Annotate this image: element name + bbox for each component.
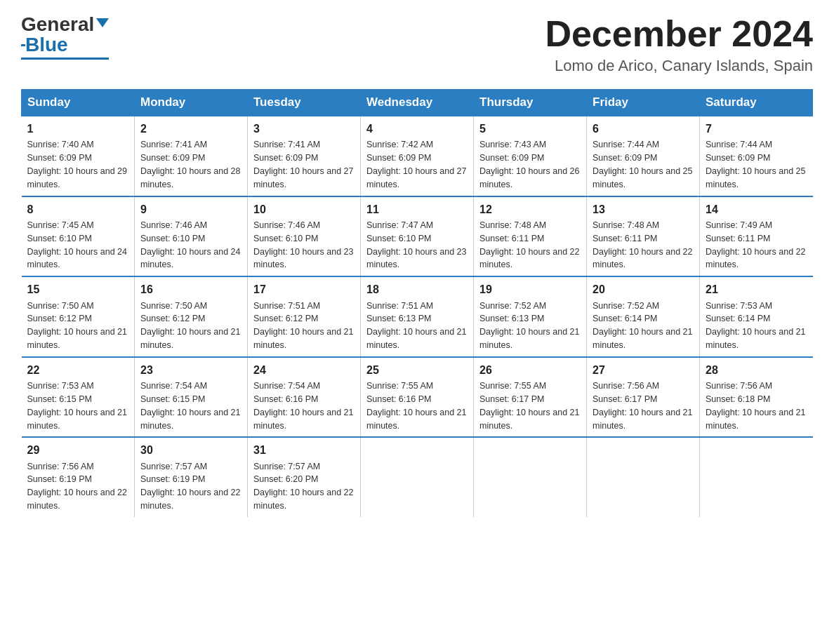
day-info: Sunrise: 7:41 AMSunset: 6:09 PMDaylight:… (253, 140, 353, 189)
day-info: Sunrise: 7:43 AMSunset: 6:09 PMDaylight:… (479, 140, 579, 189)
calendar-cell: 22Sunrise: 7:53 AMSunset: 6:15 PMDayligh… (22, 357, 135, 438)
day-number: 14 (706, 201, 807, 217)
day-number: 6 (593, 121, 694, 137)
calendar-week-5: 29Sunrise: 7:56 AMSunset: 6:19 PMDayligh… (22, 437, 813, 517)
day-info: Sunrise: 7:45 AMSunset: 6:10 PMDaylight:… (27, 220, 127, 270)
calendar-week-3: 15Sunrise: 7:50 AMSunset: 6:12 PMDayligh… (22, 276, 813, 357)
day-number: 9 (140, 201, 241, 217)
day-info: Sunrise: 7:44 AMSunset: 6:09 PMDaylight:… (706, 140, 805, 189)
calendar-cell: 12Sunrise: 7:48 AMSunset: 6:11 PMDayligh… (474, 196, 587, 277)
day-info: Sunrise: 7:57 AMSunset: 6:19 PMDaylight:… (140, 462, 240, 511)
header-cell-wednesday: Wednesday (361, 90, 474, 116)
day-info: Sunrise: 7:46 AMSunset: 6:10 PMDaylight:… (140, 220, 240, 270)
title-block: December 2024 Lomo de Arico, Canary Isla… (545, 14, 813, 75)
day-info: Sunrise: 7:41 AMSunset: 6:09 PMDaylight:… (140, 140, 240, 189)
month-title: December 2024 (545, 14, 813, 54)
calendar-cell: 23Sunrise: 7:54 AMSunset: 6:15 PMDayligh… (135, 357, 248, 438)
calendar-cell: 20Sunrise: 7:52 AMSunset: 6:14 PMDayligh… (587, 276, 700, 357)
day-info: Sunrise: 7:55 AMSunset: 6:16 PMDaylight:… (366, 381, 466, 431)
day-number: 10 (253, 201, 355, 217)
day-number: 13 (593, 201, 694, 217)
day-info: Sunrise: 7:49 AMSunset: 6:11 PMDaylight:… (706, 220, 805, 270)
calendar-cell: 13Sunrise: 7:48 AMSunset: 6:11 PMDayligh… (587, 196, 700, 277)
header-cell-saturday: Saturday (700, 90, 813, 116)
day-number: 22 (27, 362, 129, 378)
header-row: SundayMondayTuesdayWednesdayThursdayFrid… (22, 90, 813, 116)
calendar-cell: 6Sunrise: 7:44 AMSunset: 6:09 PMDaylight… (587, 116, 700, 196)
day-info: Sunrise: 7:46 AMSunset: 6:10 PMDaylight:… (253, 220, 353, 270)
page-header: General Blue December 2024 Lomo de Arico… (21, 14, 813, 75)
day-number: 15 (27, 281, 129, 297)
day-number: 8 (27, 201, 129, 217)
day-number: 31 (253, 442, 355, 458)
calendar-cell: 30Sunrise: 7:57 AMSunset: 6:19 PMDayligh… (135, 437, 248, 517)
day-number: 27 (593, 362, 694, 378)
calendar-cell: 5Sunrise: 7:43 AMSunset: 6:09 PMDaylight… (474, 116, 587, 196)
day-number: 21 (706, 281, 807, 297)
calendar-header: SundayMondayTuesdayWednesdayThursdayFrid… (22, 90, 813, 116)
day-info: Sunrise: 7:54 AMSunset: 6:16 PMDaylight:… (253, 381, 353, 431)
calendar-cell: 14Sunrise: 7:49 AMSunset: 6:11 PMDayligh… (700, 196, 813, 277)
day-number: 20 (593, 281, 694, 297)
calendar-cell (474, 437, 587, 517)
day-number: 1 (27, 121, 129, 137)
calendar-cell: 9Sunrise: 7:46 AMSunset: 6:10 PMDaylight… (135, 196, 248, 277)
calendar-week-1: 1Sunrise: 7:40 AMSunset: 6:09 PMDaylight… (22, 116, 813, 196)
day-number: 28 (706, 362, 807, 378)
calendar-week-4: 22Sunrise: 7:53 AMSunset: 6:15 PMDayligh… (22, 357, 813, 438)
day-number: 23 (140, 362, 241, 378)
calendar-cell: 1Sunrise: 7:40 AMSunset: 6:09 PMDaylight… (22, 116, 135, 196)
day-info: Sunrise: 7:51 AMSunset: 6:13 PMDaylight:… (366, 301, 466, 351)
calendar-cell: 27Sunrise: 7:56 AMSunset: 6:17 PMDayligh… (587, 357, 700, 438)
day-info: Sunrise: 7:56 AMSunset: 6:18 PMDaylight:… (706, 381, 805, 431)
calendar-cell: 7Sunrise: 7:44 AMSunset: 6:09 PMDaylight… (700, 116, 813, 196)
logo-underline (21, 58, 109, 60)
day-info: Sunrise: 7:50 AMSunset: 6:12 PMDaylight:… (27, 301, 127, 351)
calendar-cell: 25Sunrise: 7:55 AMSunset: 6:16 PMDayligh… (361, 357, 474, 438)
day-number: 3 (253, 121, 355, 137)
day-info: Sunrise: 7:52 AMSunset: 6:14 PMDaylight:… (593, 301, 692, 351)
day-number: 18 (366, 281, 468, 297)
calendar-cell (700, 437, 813, 517)
logo-blue: Blue (25, 34, 68, 56)
calendar-week-2: 8Sunrise: 7:45 AMSunset: 6:10 PMDaylight… (22, 196, 813, 277)
calendar-cell: 8Sunrise: 7:45 AMSunset: 6:10 PMDaylight… (22, 196, 135, 277)
header-cell-friday: Friday (587, 90, 700, 116)
calendar-cell: 24Sunrise: 7:54 AMSunset: 6:16 PMDayligh… (248, 357, 361, 438)
day-info: Sunrise: 7:52 AMSunset: 6:13 PMDaylight:… (479, 301, 579, 351)
day-number: 16 (140, 281, 241, 297)
day-number: 11 (366, 201, 468, 217)
day-number: 2 (140, 121, 241, 137)
calendar-cell: 10Sunrise: 7:46 AMSunset: 6:10 PMDayligh… (248, 196, 361, 277)
day-info: Sunrise: 7:53 AMSunset: 6:15 PMDaylight:… (27, 381, 127, 431)
day-info: Sunrise: 7:57 AMSunset: 6:20 PMDaylight:… (253, 462, 353, 511)
day-info: Sunrise: 7:40 AMSunset: 6:09 PMDaylight:… (27, 140, 127, 189)
day-number: 12 (479, 201, 581, 217)
location: Lomo de Arico, Canary Islands, Spain (545, 57, 813, 75)
calendar-cell: 31Sunrise: 7:57 AMSunset: 6:20 PMDayligh… (248, 437, 361, 517)
logo-general: General (21, 14, 94, 36)
calendar-cell: 28Sunrise: 7:56 AMSunset: 6:18 PMDayligh… (700, 357, 813, 438)
calendar-cell: 17Sunrise: 7:51 AMSunset: 6:12 PMDayligh… (248, 276, 361, 357)
logo: General Blue (21, 14, 109, 60)
day-number: 30 (140, 442, 241, 458)
calendar-cell (587, 437, 700, 517)
day-number: 19 (479, 281, 581, 297)
calendar-cell: 18Sunrise: 7:51 AMSunset: 6:13 PMDayligh… (361, 276, 474, 357)
calendar-cell: 11Sunrise: 7:47 AMSunset: 6:10 PMDayligh… (361, 196, 474, 277)
calendar-cell: 26Sunrise: 7:55 AMSunset: 6:17 PMDayligh… (474, 357, 587, 438)
calendar-cell: 19Sunrise: 7:52 AMSunset: 6:13 PMDayligh… (474, 276, 587, 357)
day-number: 26 (479, 362, 581, 378)
day-info: Sunrise: 7:48 AMSunset: 6:11 PMDaylight:… (479, 220, 579, 270)
day-number: 29 (27, 442, 129, 458)
day-info: Sunrise: 7:42 AMSunset: 6:09 PMDaylight:… (366, 140, 466, 189)
day-number: 17 (253, 281, 355, 297)
day-info: Sunrise: 7:53 AMSunset: 6:14 PMDaylight:… (706, 301, 805, 351)
day-number: 24 (253, 362, 355, 378)
day-info: Sunrise: 7:56 AMSunset: 6:19 PMDaylight:… (27, 462, 127, 511)
calendar-cell: 29Sunrise: 7:56 AMSunset: 6:19 PMDayligh… (22, 437, 135, 517)
calendar-cell (361, 437, 474, 517)
day-info: Sunrise: 7:48 AMSunset: 6:11 PMDaylight:… (593, 220, 692, 270)
day-number: 7 (706, 121, 807, 137)
day-info: Sunrise: 7:55 AMSunset: 6:17 PMDaylight:… (479, 381, 579, 431)
